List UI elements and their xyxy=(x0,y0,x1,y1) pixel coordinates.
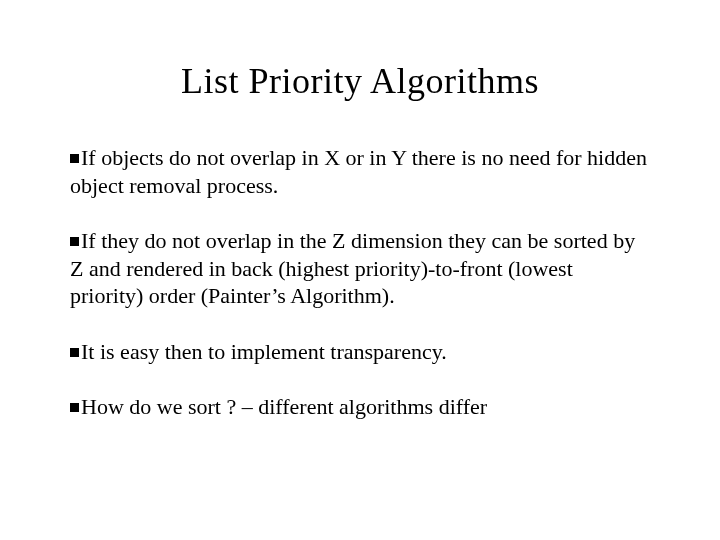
bullet-item: How do we sort ? – different algorithms … xyxy=(70,393,650,421)
bullet-item: If they do not overlap in the Z dimensio… xyxy=(70,227,650,310)
bullet-text: How do we sort ? – different algorithms … xyxy=(81,394,487,419)
bullet-text: It is easy then to implement transparenc… xyxy=(81,339,447,364)
bullet-icon xyxy=(70,154,79,163)
bullet-text: If objects do not overlap in X or in Y t… xyxy=(70,145,647,198)
bullet-icon xyxy=(70,237,79,246)
bullet-text: If they do not overlap in the Z dimensio… xyxy=(70,228,635,308)
bullet-item: It is easy then to implement transparenc… xyxy=(70,338,650,366)
bullet-item: If objects do not overlap in X or in Y t… xyxy=(70,144,650,199)
bullet-icon xyxy=(70,403,79,412)
bullet-icon xyxy=(70,348,79,357)
slide-title: List Priority Algorithms xyxy=(70,60,650,102)
